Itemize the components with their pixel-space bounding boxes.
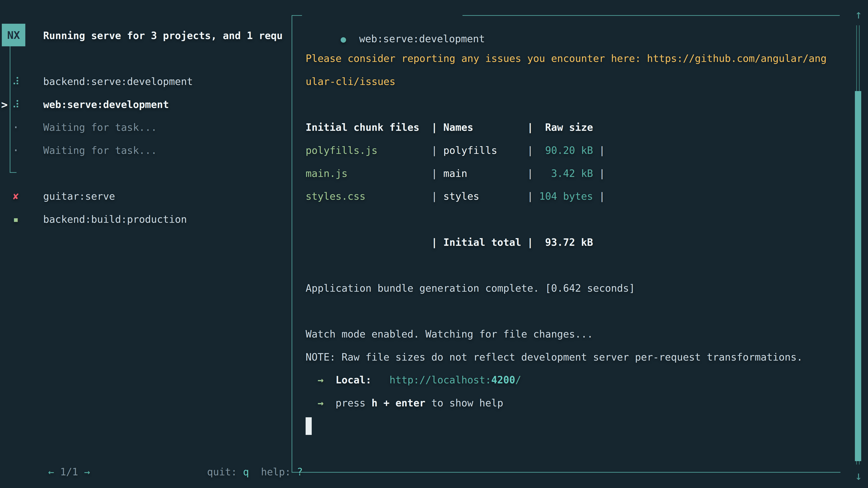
output-segment: 90.20 kB — [545, 144, 593, 156]
bundle-row-main: main.js | main | 3.42 kB | — [306, 162, 605, 185]
local-url-slash[interactable]: / — [515, 374, 521, 386]
task-row-backend-serve-development[interactable]: ⠼backend:serve:development — [0, 70, 289, 93]
spinner-icon: ⠼ — [10, 93, 22, 116]
pager: ← 1/1 → — [12, 437, 90, 460]
scroll-up-icon[interactable]: ↑ — [850, 3, 867, 26]
scrollbar-thumb[interactable] — [855, 91, 861, 461]
keyboard-hints: quit: q help: ? — [171, 437, 303, 460]
pager-next-icon[interactable]: → — [84, 466, 90, 478]
bundle-row-polyfills: polyfills.js | polyfills | 90.20 kB | — [306, 139, 605, 162]
output-segment — [323, 397, 336, 409]
output-segment: Local: — [336, 374, 371, 386]
output-segment: Please consider reporting any issues you… — [306, 53, 827, 64]
help-hint-line: → press h + enter to show help — [306, 392, 503, 415]
waiting-dot-icon: · — [10, 139, 22, 162]
arrow-icon: → — [318, 397, 324, 409]
output-segment: styles — [443, 191, 479, 202]
task-row-Waiting-for-task[interactable]: ·Waiting for task... — [0, 139, 289, 162]
scroll-down-icon[interactable]: ↓ — [850, 464, 867, 487]
local-server-line: → Local: http://localhost:4200/ — [306, 368, 521, 392]
task-row-guitar-serve[interactable]: ✘guitar:serve — [0, 185, 289, 208]
output-segment: Initial chunk files | Names | Raw size — [306, 122, 593, 133]
nx-tui-screen: NX Running serve for 3 projects, and 1 r… — [0, 0, 868, 488]
task-row-web-serve-development[interactable]: ⠼web:serve:development — [0, 93, 289, 116]
output-segment: main.js — [306, 168, 347, 179]
panel-title-text: web:serve:development — [359, 33, 485, 44]
watch-mode-message: Watch mode enabled. Watching for file ch… — [306, 323, 593, 346]
local-url[interactable]: http://localhost: — [390, 374, 491, 386]
output-segment: | — [377, 144, 443, 156]
task-row-Waiting-for-task[interactable]: ·Waiting for task... — [0, 116, 289, 139]
issue-report-notice-line1: Please consider reporting any issues you… — [306, 47, 827, 70]
nx-logo: NX — [2, 24, 25, 46]
panel-border-top-stub — [291, 15, 302, 16]
task-label: backend:build:production — [43, 208, 187, 231]
issue-report-notice-line2: ular-cli/issues — [306, 70, 395, 93]
bundle-table-header: Initial chunk files | Names | Raw size — [306, 116, 593, 139]
output-segment — [371, 374, 389, 386]
output-segment: press — [336, 397, 371, 409]
pager-label: 1/1 — [54, 466, 84, 478]
spinner-icon: ⠼ — [10, 70, 22, 93]
output-segment: | — [593, 168, 605, 179]
local-url-port[interactable]: 4200 — [491, 374, 515, 386]
output-segment: | — [593, 144, 605, 156]
output-segment: styles.css — [306, 191, 366, 202]
output-segment: 3.42 kB — [551, 168, 593, 179]
output-segment — [306, 397, 318, 409]
output-segment: | — [347, 168, 443, 179]
terminal-cursor — [306, 417, 312, 435]
task-label: guitar:serve — [43, 185, 115, 208]
bundle-complete-message: Application bundle generation complete. … — [306, 277, 635, 300]
panel-border-left — [291, 15, 292, 473]
output-segment — [323, 374, 336, 386]
failed-cross-icon: ✘ — [10, 185, 22, 208]
output-segment: Watch mode enabled. Watching for file ch… — [306, 328, 593, 340]
panel-border-bottom — [291, 472, 840, 473]
output-segment: polyfills.js — [306, 144, 377, 156]
task-label: Waiting for task... — [43, 139, 157, 162]
bundle-row-styles: styles.css | styles | 104 bytes | — [306, 185, 605, 208]
raw-size-note: NOTE: Raw file sizes do not reflect deve… — [306, 346, 803, 369]
output-segment: | — [479, 191, 539, 202]
task-label: web:serve:development — [43, 93, 169, 116]
task-label: backend:serve:development — [43, 70, 193, 93]
panel-title: ●web:serve:development — [305, 4, 485, 27]
pager-prev-icon[interactable]: ← — [48, 466, 54, 478]
bundle-total-row: | Initial total | 93.72 kB — [306, 231, 593, 254]
output-segment: | — [366, 191, 443, 202]
output-segment: h + enter — [371, 397, 425, 409]
output-segment: NOTE: Raw file sizes do not reflect deve… — [306, 351, 803, 363]
output-segment: ular-cli/issues — [306, 76, 395, 87]
arrow-icon: → — [318, 374, 324, 386]
output-segment: 104 bytes — [539, 191, 593, 202]
task-row-backend-build-production[interactable]: ▪backend:build:production — [0, 208, 289, 231]
output-segment: Application bundle generation complete. … — [306, 283, 635, 294]
task-label: Waiting for task... — [43, 116, 157, 139]
output-segment: main — [443, 168, 467, 179]
success-square-icon: ▪ — [10, 208, 22, 231]
help-hint-label: help: — [249, 466, 297, 478]
waiting-dot-icon: · — [10, 116, 22, 139]
output-segment: | Initial total | 93.72 kB — [306, 236, 593, 248]
output-segment: | — [497, 144, 545, 156]
output-segment: polyfills — [443, 144, 497, 156]
output-segment: to show help — [426, 397, 503, 409]
output-segment: | — [593, 191, 605, 202]
panel-border-top — [463, 15, 840, 16]
quit-hint-label: quit: — [207, 466, 243, 478]
task-tree-corner — [10, 172, 17, 173]
output-segment — [306, 374, 318, 386]
quit-key: q — [243, 466, 249, 478]
output-segment: | — [467, 168, 551, 179]
sidebar-header: Running serve for 3 projects, and 1 requ — [43, 24, 283, 47]
